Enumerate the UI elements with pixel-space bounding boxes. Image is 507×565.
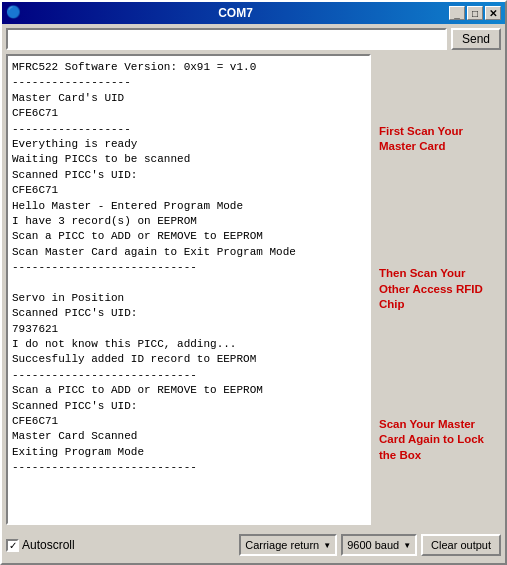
hint-1: First Scan Your Master Card bbox=[379, 64, 493, 214]
hint-3: Scan Your Master Card Again to Lock the … bbox=[379, 365, 493, 515]
hint-3-text: Scan Your Master Card Again to Lock the … bbox=[379, 417, 493, 464]
clear-output-button[interactable]: Clear output bbox=[421, 534, 501, 556]
title-bar-buttons: _ □ ✕ bbox=[449, 6, 501, 20]
title-bar: 🔵 COM7 _ □ ✕ bbox=[2, 2, 505, 24]
baud-rate-arrow: ▼ bbox=[403, 541, 411, 550]
baud-rate-label: 9600 baud bbox=[347, 539, 399, 551]
maximize-button[interactable]: □ bbox=[467, 6, 483, 20]
autoscroll-checkbox[interactable]: ✓ bbox=[6, 539, 19, 552]
hint-2-text: Then Scan Your Other Access RFID Chip bbox=[379, 266, 493, 313]
hint-1-text: First Scan Your Master Card bbox=[379, 124, 493, 155]
carriage-return-arrow: ▼ bbox=[323, 541, 331, 550]
carriage-return-label: Carriage return bbox=[245, 539, 319, 551]
carriage-return-dropdown[interactable]: Carriage return ▼ bbox=[239, 534, 337, 556]
hint-2: Then Scan Your Other Access RFID Chip bbox=[379, 214, 493, 364]
main-area: MFRC522 Software Version: 0x91 = v1.0 --… bbox=[6, 54, 501, 525]
baud-rate-dropdown[interactable]: 9600 baud ▼ bbox=[341, 534, 417, 556]
hints-panel: First Scan Your Master Card Then Scan Yo… bbox=[371, 54, 501, 525]
footer-bar: ✓ Autoscroll Carriage return ▼ 9600 baud… bbox=[6, 529, 501, 559]
autoscroll-check[interactable]: ✓ Autoscroll bbox=[6, 538, 75, 552]
title-bar-left: 🔵 bbox=[6, 5, 22, 21]
minimize-button[interactable]: _ bbox=[449, 6, 465, 20]
send-bar: Send bbox=[6, 28, 501, 50]
serial-output[interactable]: MFRC522 Software Version: 0x91 = v1.0 --… bbox=[6, 54, 371, 525]
main-window: 🔵 COM7 _ □ ✕ Send MFRC522 Software Versi… bbox=[0, 0, 507, 565]
close-button[interactable]: ✕ bbox=[485, 6, 501, 20]
app-icon: 🔵 bbox=[6, 5, 22, 21]
send-button[interactable]: Send bbox=[451, 28, 501, 50]
send-input[interactable] bbox=[6, 28, 447, 50]
window-title: COM7 bbox=[22, 6, 449, 20]
autoscroll-label: Autoscroll bbox=[22, 538, 75, 552]
window-content: Send MFRC522 Software Version: 0x91 = v1… bbox=[2, 24, 505, 563]
